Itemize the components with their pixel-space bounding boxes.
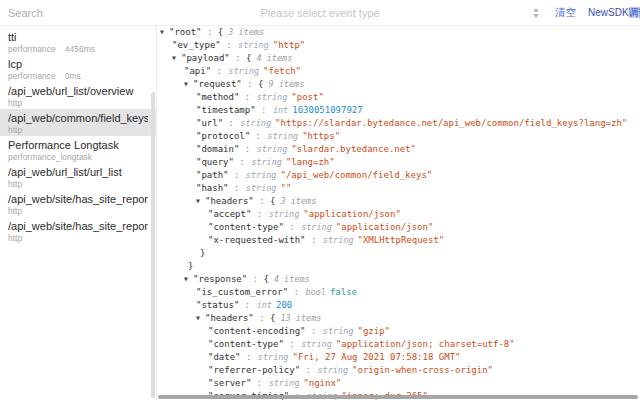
horizontal-scrollbar[interactable]	[158, 395, 638, 399]
json-tree-row: "x-requested-with" : string"XMLHttpReque…	[158, 234, 640, 247]
json-value: "slardar.bytedance.net"	[291, 144, 416, 154]
json-colon: :	[239, 92, 255, 102]
json-type-label: string	[301, 222, 332, 232]
json-open-brace: {	[246, 53, 251, 63]
json-type-label: string	[251, 157, 282, 167]
json-colon: :	[251, 378, 267, 388]
json-type-label: string	[246, 183, 277, 193]
json-tree-row: "ev_type" : string"http"	[158, 39, 640, 52]
json-key: "timestamp"	[196, 105, 256, 115]
select-arrows-icon[interactable]	[533, 8, 539, 18]
event-list-item[interactable]: /api_web/url_list/overview http	[0, 82, 156, 109]
json-key: "protocol"	[196, 131, 250, 141]
event-list-item[interactable]: lcp performance 0ms	[0, 55, 156, 82]
event-title: lcp	[8, 57, 148, 71]
json-key: "status"	[196, 300, 239, 310]
json-colon: :	[202, 27, 218, 37]
json-tree-row: "date" : string"Fri, 27 Aug 2021 07:58:1…	[158, 351, 640, 364]
json-tree-row: "protocol" : string"https"	[158, 130, 640, 143]
event-title: Performance Longtask	[8, 138, 148, 152]
sidebar-scrollbar[interactable]	[151, 92, 155, 398]
json-item-count: 3 items	[280, 196, 316, 206]
event-title: /api_web/common/field_keys	[8, 111, 148, 125]
expander-icon[interactable]: ▼	[184, 78, 193, 91]
json-key: "date"	[208, 352, 241, 362]
json-colon: :	[306, 326, 322, 336]
json-key: "content-type"	[208, 222, 284, 232]
json-value: "http"	[273, 40, 306, 50]
json-key: "payload"	[181, 53, 230, 63]
event-type-label: performance_longtask	[8, 152, 92, 162]
json-type-label: bool	[305, 287, 325, 297]
json-key: "method"	[196, 92, 239, 102]
json-type-label: string	[238, 40, 269, 50]
json-colon: :	[211, 66, 227, 76]
json-value: "lang=zh"	[286, 157, 335, 167]
json-colon: :	[242, 79, 258, 89]
json-tree-row: "content-type" : string"application/json…	[158, 338, 640, 351]
json-tree-row: ▼"root" : {3 items	[158, 26, 640, 39]
json-close-brace: }	[184, 261, 193, 271]
json-key: "server"	[208, 378, 251, 388]
json-open-brace: {	[270, 313, 275, 323]
json-value: false	[330, 287, 357, 297]
json-key: "content-type"	[208, 339, 284, 349]
arrow-down-icon	[533, 14, 539, 18]
json-type-label: string	[258, 352, 289, 362]
event-list-item[interactable]: /api_web/site/has_site_report http	[0, 190, 156, 217]
expander-icon[interactable]: ▼	[160, 26, 169, 39]
event-subtitle: performance 4456ms	[8, 44, 148, 54]
json-tree-row: ▼"payload" : {4 items	[158, 52, 640, 65]
json-open-brace: {	[263, 274, 268, 284]
event-list-item[interactable]: /api_web/site/has_site_report http	[0, 217, 156, 244]
json-type-label: string	[257, 144, 288, 154]
sidebar: tti performance 4456ms lcp performance 0…	[0, 26, 157, 400]
expander-icon[interactable]: ▼	[196, 312, 205, 325]
json-colon: :	[229, 183, 245, 193]
json-key: "root"	[169, 27, 202, 37]
json-item-count: 4 items	[256, 53, 292, 63]
json-colon: :	[284, 339, 300, 349]
json-key: "api"	[184, 66, 211, 76]
json-open-brace: {	[270, 196, 275, 206]
json-key: "x-requested-with"	[208, 235, 306, 245]
event-type-label: http	[8, 125, 22, 135]
json-tree-row: ▼"response" : {4 items	[158, 273, 640, 286]
json-value: "Fri, 27 Aug 2021 07:58:18 GMT"	[293, 352, 461, 362]
event-title: tti	[8, 30, 148, 44]
json-value: "fetch"	[263, 66, 301, 76]
json-colon: :	[284, 222, 300, 232]
event-list-item[interactable]: /api_web/url_list/url_list http	[0, 163, 156, 190]
event-list: tti performance 4456ms lcp performance 0…	[0, 26, 156, 244]
json-value: "XMLHttpRequest"	[358, 235, 445, 245]
json-tree-row: ▼"request" : {9 items	[158, 78, 640, 91]
json-key: "headers"	[205, 196, 254, 206]
json-tree-row: "method" : string"post"	[158, 91, 640, 104]
sdk-debug-button[interactable]: NewSDK调试	[588, 6, 640, 20]
event-list-item[interactable]: /api_web/common/field_keys http	[0, 109, 156, 136]
event-title: /api_web/site/has_site_report	[8, 219, 148, 233]
json-type-label: string	[323, 235, 354, 245]
json-open-brace: {	[218, 27, 223, 37]
json-colon: :	[254, 196, 270, 206]
json-colon: :	[223, 118, 239, 128]
json-key: "is_custom_error"	[196, 287, 288, 297]
clear-button[interactable]: 清空	[555, 6, 576, 20]
event-list-item[interactable]: Performance Longtask performance_longtas…	[0, 136, 156, 163]
json-tree-row: "referrer-policy" : string"origin-when-c…	[158, 364, 640, 377]
expander-icon[interactable]: ▼	[184, 273, 193, 286]
event-type-select[interactable]: Please select event type	[0, 7, 640, 19]
sdk-debug-label-highlight: 调试	[629, 7, 640, 18]
event-type-label: http	[8, 233, 22, 243]
event-list-item[interactable]: tti performance 4456ms	[0, 28, 156, 55]
json-colon: :	[234, 157, 250, 167]
json-value: "https"	[302, 131, 340, 141]
json-tree-row: "query" : string"lang=zh"	[158, 156, 640, 169]
expander-icon[interactable]: ▼	[196, 195, 205, 208]
event-subtitle: performance_longtask	[8, 152, 148, 162]
event-duration: 0ms	[65, 71, 81, 81]
event-type-label: http	[8, 98, 22, 108]
json-colon: :	[250, 131, 266, 141]
expander-icon[interactable]: ▼	[172, 52, 181, 65]
json-type-label: string	[269, 378, 300, 388]
